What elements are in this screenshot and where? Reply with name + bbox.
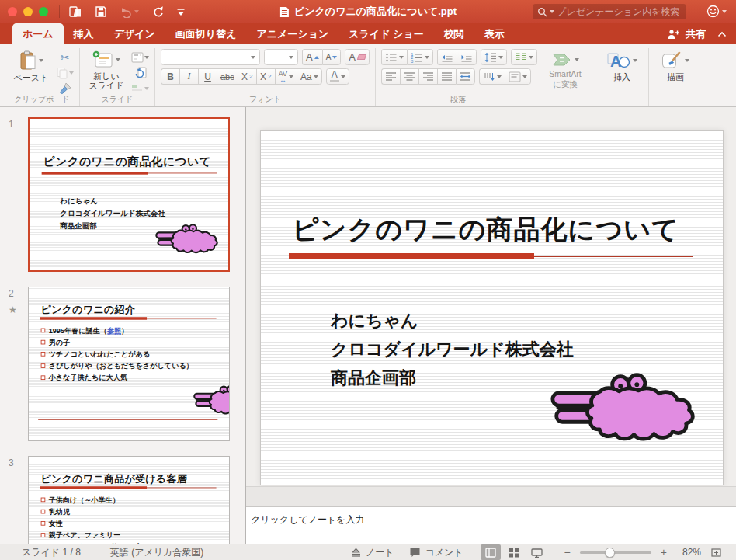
- zoom-level[interactable]: 82%: [682, 547, 701, 558]
- insert-group: A 挿入: [595, 48, 649, 106]
- document-title-area: ピンクのワニの商品化について.ppt: [279, 0, 457, 23]
- slide-2-number: 2: [9, 288, 14, 299]
- tab-slideshow[interactable]: スライド ショー: [338, 23, 433, 44]
- increase-indent-button[interactable]: [457, 49, 477, 65]
- normal-view-button[interactable]: [481, 544, 501, 560]
- tab-view[interactable]: 表示: [474, 23, 515, 44]
- strikethrough-button[interactable]: abc: [217, 68, 238, 85]
- layout-dropdown-caret[interactable]: [144, 56, 149, 59]
- zoom-in-button[interactable]: +: [658, 546, 670, 558]
- slide-body-textbox[interactable]: わにちゃん クロコダイルワールド株式会社 商品企画部: [331, 306, 574, 392]
- body-line: わにちゃん: [331, 306, 574, 335]
- search-scope-caret[interactable]: [550, 10, 554, 13]
- slide-2-thumbnail[interactable]: ピンクのワニの紹介 1995年春に誕生（参照） 男の子 ツチノコといわれたことが…: [28, 287, 230, 441]
- feedback-button[interactable]: [706, 5, 727, 18]
- align-center-button[interactable]: [400, 68, 418, 85]
- save-icon: [95, 5, 107, 18]
- fit-slide-button[interactable]: [710, 548, 722, 558]
- footer-line: [38, 419, 217, 420]
- reset-slide-button[interactable]: [131, 66, 149, 80]
- zoom-out-button[interactable]: −: [561, 546, 574, 558]
- fit-slide-icon: [710, 548, 722, 558]
- undo-button[interactable]: [120, 6, 139, 18]
- insert-dropdown-caret[interactable]: [633, 59, 637, 62]
- align-text-button[interactable]: [505, 68, 531, 85]
- tab-design[interactable]: デザイン: [104, 23, 165, 44]
- tab-home[interactable]: ホーム: [12, 23, 64, 44]
- svg-text:A: A: [610, 53, 621, 70]
- tab-animations[interactable]: アニメーション: [246, 23, 338, 44]
- bold-button[interactable]: B: [161, 68, 179, 85]
- text-direction-button[interactable]: [479, 68, 505, 85]
- notes-toggle-button[interactable]: ノート: [350, 546, 394, 559]
- tab-review[interactable]: 校閲: [434, 23, 474, 44]
- new-slide-button[interactable]: 新しい スライド: [85, 49, 127, 90]
- search-input[interactable]: [557, 6, 682, 17]
- slide-title-textbox[interactable]: ピンクのワニの商品化について: [292, 212, 679, 248]
- slide-sorter-view-button[interactable]: [504, 544, 524, 560]
- collapse-ribbon-icon[interactable]: [717, 31, 727, 37]
- draw-button[interactable]: 描画: [654, 49, 696, 82]
- shrink-font-button[interactable]: A: [322, 49, 342, 65]
- italic-button[interactable]: I: [179, 68, 198, 85]
- slide-1-thumbnail[interactable]: ピンクのワニの商品化について わにちゃん クロコダイルワールド株式会社 商品企画…: [28, 117, 230, 272]
- zoom-slider-knob[interactable]: [605, 548, 615, 558]
- slide-layout-button[interactable]: [131, 50, 149, 64]
- zoom-slider[interactable]: [580, 551, 651, 554]
- titlebar: ピンクのワニの商品化について.ppt: [0, 0, 736, 23]
- share-button[interactable]: 共有: [686, 27, 706, 41]
- cut-button[interactable]: ✂: [56, 50, 74, 64]
- insert-button[interactable]: A 挿入: [601, 49, 643, 82]
- maximize-window-button[interactable]: [39, 7, 48, 16]
- font-name-combo[interactable]: [161, 49, 260, 65]
- close-window-button[interactable]: [8, 7, 17, 16]
- justify-button[interactable]: [437, 68, 456, 85]
- paste-dropdown-caret[interactable]: [39, 59, 43, 62]
- draw-dropdown-caret[interactable]: [685, 59, 689, 62]
- font-size-combo[interactable]: [264, 49, 298, 65]
- new-document-button[interactable]: [69, 5, 82, 18]
- slide-3-thumbnail[interactable]: ピンクのワニ商品が受ける客層 子供向け（～小学生） 乳幼児 女性 親子ペア、ファ…: [28, 456, 230, 544]
- change-case-button[interactable]: Aa: [297, 68, 322, 85]
- new-slide-dropdown-caret[interactable]: [116, 58, 120, 61]
- smiley-icon: [706, 5, 720, 18]
- font-color-button[interactable]: A: [326, 68, 349, 85]
- bullets-button[interactable]: [381, 49, 407, 65]
- clipboard-group-label: クリップボード: [5, 94, 79, 105]
- minimize-window-button[interactable]: [23, 7, 33, 16]
- subscript-button[interactable]: X2: [256, 68, 275, 85]
- distribute-text-button[interactable]: [456, 68, 475, 85]
- language-indicator[interactable]: 英語 (アメリカ合衆国): [110, 546, 203, 559]
- superscript-button[interactable]: X2: [238, 68, 256, 85]
- redo-button[interactable]: [151, 5, 164, 18]
- align-text-caret: [522, 75, 527, 78]
- pink-crocodile-drawing[interactable]: [550, 370, 699, 445]
- customize-toolbar-button[interactable]: [176, 7, 186, 17]
- save-button[interactable]: [95, 5, 107, 18]
- paste-button[interactable]: ペースト: [10, 49, 52, 82]
- copy-button[interactable]: [56, 66, 74, 80]
- notes-divider[interactable]: [246, 486, 736, 506]
- underline-button[interactable]: U: [198, 68, 217, 85]
- current-slide[interactable]: ピンクのワニの商品化について わにちゃん クロコダイルワールド株式会社 商品企画…: [260, 130, 724, 485]
- convert-to-smartart-button[interactable]: SmartArt に変換: [541, 49, 589, 89]
- comments-toggle-button[interactable]: コメント: [409, 546, 463, 559]
- tab-transitions[interactable]: 画面切り替え: [165, 23, 247, 44]
- line-spacing-button[interactable]: [481, 49, 507, 65]
- numbering-button[interactable]: 123: [407, 49, 433, 65]
- align-left-button[interactable]: [381, 68, 400, 85]
- align-right-button[interactable]: [418, 68, 437, 85]
- bullet-item: キャラクターグッズ好きな方 etc: [41, 541, 154, 544]
- clear-formatting-button[interactable]: A: [345, 49, 370, 65]
- undo-dropdown-caret[interactable]: [134, 10, 139, 13]
- character-spacing-button[interactable]: AV↔: [275, 68, 297, 85]
- columns-button[interactable]: [511, 49, 537, 65]
- notes-pane[interactable]: クリックしてノートを入力: [246, 506, 736, 544]
- slideshow-view-button[interactable]: [527, 544, 547, 560]
- font-group: A A A B I U abc X2 X2 AV↔ Aa: [155, 48, 376, 106]
- search-box[interactable]: [533, 4, 686, 19]
- bullet-square-icon: [41, 521, 46, 526]
- decrease-indent-button[interactable]: [437, 49, 457, 65]
- tab-insert[interactable]: 挿入: [64, 23, 104, 44]
- grow-font-button[interactable]: A: [302, 49, 322, 65]
